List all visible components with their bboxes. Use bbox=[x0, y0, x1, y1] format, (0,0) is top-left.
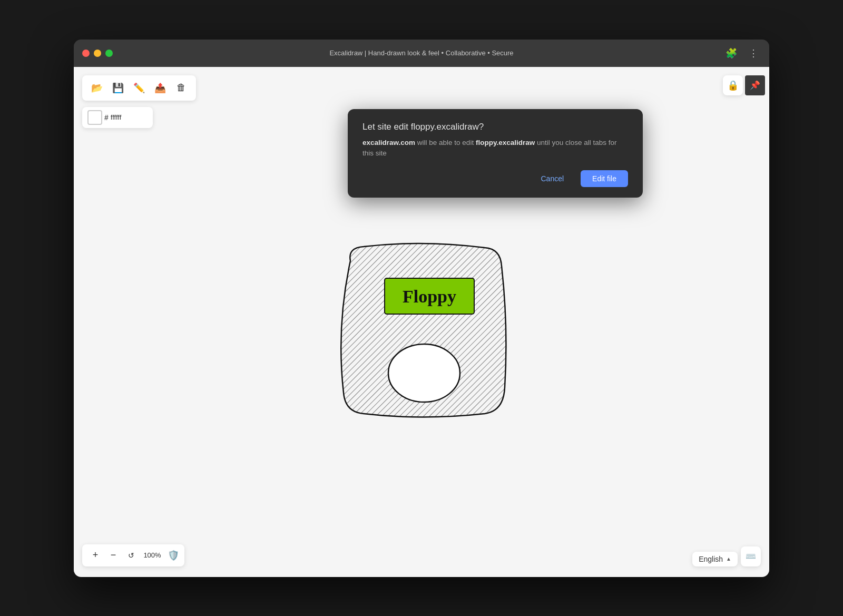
close-button[interactable] bbox=[82, 50, 90, 57]
title-bar-actions: 🧩 ⋮ bbox=[724, 46, 761, 61]
language-label: English bbox=[699, 555, 723, 563]
zoom-in-button[interactable]: + bbox=[87, 547, 103, 563]
color-input[interactable] bbox=[111, 113, 148, 121]
collaboration-button[interactable]: 🔒 bbox=[723, 75, 743, 95]
maximize-button[interactable] bbox=[105, 50, 113, 57]
chevron-up-icon: ▲ bbox=[726, 556, 731, 562]
delete-button[interactable]: 🗑 bbox=[172, 79, 191, 97]
modal-actions: Cancel Edit file bbox=[362, 170, 628, 187]
title-bar: Excalidraw | Hand-drawn look & feel • Co… bbox=[74, 40, 769, 67]
canvas-area: 📂 💾 ✏️ 📤 🗑 # 🔒 📌 bbox=[74, 67, 769, 577]
top-toolbar: 📂 💾 ✏️ 📤 🗑 bbox=[82, 75, 196, 101]
pin-icon[interactable]: 📌 bbox=[745, 75, 765, 95]
minimize-button[interactable] bbox=[94, 50, 101, 57]
modal-body-mid: will be able to edit bbox=[415, 139, 476, 146]
modal-filename: floppy.excalidraw bbox=[476, 139, 535, 146]
cancel-button[interactable]: Cancel bbox=[529, 170, 575, 187]
security-shield-icon: 🛡️ bbox=[168, 550, 179, 561]
export-as-button[interactable]: ✏️ bbox=[130, 79, 149, 97]
edit-file-button[interactable]: Edit file bbox=[581, 170, 628, 187]
extensions-icon[interactable]: 🧩 bbox=[724, 46, 739, 61]
hash-symbol: # bbox=[104, 113, 109, 122]
menu-icon[interactable]: ⋮ bbox=[746, 46, 761, 61]
color-picker-row: # bbox=[82, 107, 153, 128]
zoom-reset-button[interactable]: ↺ bbox=[123, 547, 139, 563]
svg-point-1 bbox=[388, 344, 460, 402]
share-button[interactable]: 📤 bbox=[151, 79, 170, 97]
page-title: Excalidraw | Hand-drawn look & feel • Co… bbox=[329, 49, 513, 57]
keyboard-shortcuts-button[interactable]: ⌨️ bbox=[741, 546, 761, 566]
modal-body: excalidraw.com will be able to edit flop… bbox=[362, 138, 628, 159]
browser-window: Excalidraw | Hand-drawn look & feel • Co… bbox=[74, 40, 769, 577]
svg-text:Floppy: Floppy bbox=[403, 287, 456, 306]
save-button[interactable]: 💾 bbox=[109, 79, 128, 97]
file-edit-dialog: Let site edit floppy.excalidraw? excalid… bbox=[348, 109, 643, 198]
canvas-drawing: Floppy bbox=[321, 232, 522, 432]
modal-title: Let site edit floppy.excalidraw? bbox=[362, 122, 628, 132]
zoom-level[interactable]: 100% bbox=[141, 551, 163, 559]
color-swatch[interactable] bbox=[87, 110, 102, 125]
bottom-toolbar: + − ↺ 100% 🛡️ bbox=[82, 544, 184, 566]
language-selector[interactable]: English ▲ bbox=[692, 552, 738, 566]
modal-domain: excalidraw.com bbox=[362, 139, 415, 146]
zoom-out-button[interactable]: − bbox=[105, 547, 121, 563]
open-button[interactable]: 📂 bbox=[87, 79, 106, 97]
traffic-lights bbox=[82, 50, 113, 57]
